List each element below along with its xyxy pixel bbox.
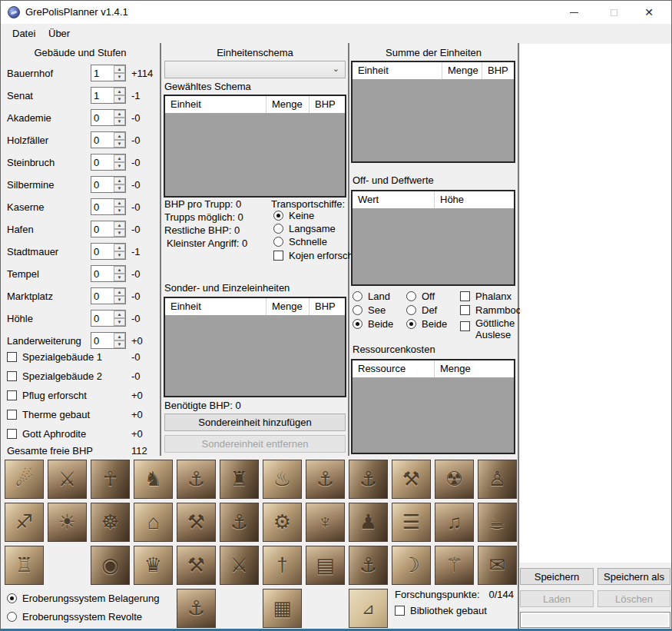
- building-check-row[interactable]: Spezialgebäude 1-0: [7, 351, 160, 367]
- building-level-stepper[interactable]: 0▲▼: [91, 287, 126, 304]
- building-checkbox[interactable]: [7, 390, 17, 400]
- building-level-stepper[interactable]: 0▲▼: [91, 109, 126, 126]
- schema-combobox[interactable]: ⌄: [164, 61, 346, 78]
- unit-icon-clay-pots[interactable]: ◉: [91, 546, 130, 585]
- unit-icon-fire-ship[interactable]: ♨: [263, 460, 302, 499]
- stepper-down-icon[interactable]: ▼: [114, 274, 125, 281]
- building-level-stepper[interactable]: 1▲▼: [91, 87, 126, 104]
- stepper-up-icon[interactable]: ▲: [114, 266, 125, 274]
- stepper-down-icon[interactable]: ▼: [114, 184, 125, 192]
- building-level-stepper[interactable]: 0▲▼: [91, 265, 126, 282]
- unit-icon-dark-wing[interactable]: ♆: [306, 503, 345, 542]
- building-level-stepper[interactable]: 0▲▼: [91, 221, 126, 237]
- column-header-bhp[interactable]: BHP: [482, 62, 511, 79]
- unit-icon-veiled-warrior[interactable]: ♛: [134, 546, 173, 585]
- building-checkbox[interactable]: [7, 352, 17, 362]
- unit-icon-sail-raft[interactable]: ⚓: [220, 503, 259, 542]
- menu-datei[interactable]: Datei: [8, 24, 40, 43]
- save-button[interactable]: Speichern: [520, 568, 594, 585]
- building-checkbox[interactable]: [7, 371, 17, 381]
- unit-icon-transport-ship[interactable]: ⚓: [306, 460, 345, 499]
- column-header-bhp[interactable]: BHP: [310, 298, 342, 315]
- radio-icon[interactable]: [7, 612, 17, 622]
- menu-ueber[interactable]: Über: [44, 24, 74, 43]
- column-header-menge[interactable]: Menge: [435, 360, 511, 377]
- radio-icon[interactable]: [353, 319, 362, 329]
- stepper-up-icon[interactable]: ▲: [114, 132, 125, 140]
- building-level-stepper[interactable]: 0▲▼: [91, 176, 126, 193]
- column-header-menge[interactable]: Menge: [442, 62, 482, 79]
- unit-icon-hoplite[interactable]: ⚔: [48, 460, 87, 499]
- unit-icon-stone-tablet[interactable]: ▦: [263, 589, 302, 628]
- stepper-down-icon[interactable]: ▼: [114, 73, 125, 81]
- unit-icon-chariot[interactable]: ♜: [220, 460, 259, 499]
- unit-icon-cavalry[interactable]: ♞: [134, 460, 173, 499]
- column-header-höhe[interactable]: Höhe: [435, 191, 511, 208]
- unit-icon-map-scroll[interactable]: ☰: [392, 503, 431, 542]
- building-level-stepper[interactable]: 0▲▼: [91, 310, 126, 327]
- stepper-up-icon[interactable]: ▲: [114, 288, 125, 296]
- add-special-unit-button[interactable]: Sondereinheit hinzufügen: [164, 413, 346, 431]
- column-header-einheit[interactable]: Einheit: [165, 96, 266, 113]
- stepper-down-icon[interactable]: ▼: [114, 296, 125, 304]
- stepper-up-icon[interactable]: ▲: [114, 199, 125, 207]
- unit-icon-trireme[interactable]: ⚓: [349, 460, 388, 499]
- unit-icon-winged-helmet[interactable]: ⚚: [435, 546, 474, 585]
- unit-icon-stone-steps[interactable]: ▤: [306, 546, 345, 585]
- building-level-stepper[interactable]: 0▲▼: [91, 131, 126, 148]
- stepper-down-icon[interactable]: ▼: [114, 95, 125, 103]
- unit-icon-archer[interactable]: ♐: [5, 503, 44, 542]
- stepper-down-icon[interactable]: ▼: [114, 251, 125, 259]
- unit-icon-catapult-2[interactable]: ⚙: [263, 503, 302, 542]
- unit-icon-siren[interactable]: ♫: [435, 503, 474, 542]
- unit-icon-city-ruins[interactable]: ⌂: [134, 503, 173, 542]
- unit-icon-phalanx-unit[interactable]: ♟: [349, 503, 388, 542]
- stepper-up-icon[interactable]: ▲: [114, 88, 125, 95]
- column-header-einheit[interactable]: Einheit: [353, 62, 442, 79]
- building-checkbox[interactable]: [7, 410, 17, 420]
- save-as-button[interactable]: Speichern als: [598, 568, 670, 585]
- building-checkbox[interactable]: [7, 429, 17, 439]
- column-header-wert[interactable]: Wert: [353, 191, 435, 208]
- building-check-row[interactable]: Pflug erforscht+0: [7, 390, 160, 405]
- unit-icon-gate-shields[interactable]: ♖: [5, 546, 44, 585]
- unit-icon-message-ship[interactable]: ✉: [478, 546, 517, 585]
- building-check-row[interactable]: Spezialgebäude 2-0: [7, 370, 160, 386]
- radio-icon[interactable]: [7, 593, 17, 603]
- stepper-up-icon[interactable]: ▲: [114, 333, 125, 340]
- radio-icon[interactable]: [406, 291, 416, 301]
- column-header-menge[interactable]: Menge: [266, 96, 310, 113]
- stepper-up-icon[interactable]: ▲: [114, 154, 125, 162]
- close-button[interactable]: ✕: [631, 1, 667, 24]
- unit-icon-sword-helmet[interactable]: ⚔: [220, 546, 259, 585]
- unit-icon-row-boat[interactable]: ⚓: [349, 546, 388, 585]
- unit-icon-catapult[interactable]: ☢: [435, 460, 474, 499]
- column-header-einheit[interactable]: Einheit: [165, 298, 266, 315]
- unit-icon-hooded-envoy[interactable]: ☥: [91, 460, 130, 499]
- library-checkbox[interactable]: [395, 606, 405, 616]
- building-check-row[interactable]: Therme gebaut+0: [7, 409, 160, 424]
- stepper-down-icon[interactable]: ▼: [114, 118, 125, 125]
- building-level-stepper[interactable]: 1▲▼: [91, 65, 126, 81]
- radio-icon[interactable]: [406, 319, 416, 329]
- stepper-down-icon[interactable]: ▼: [114, 340, 125, 348]
- unit-icon-divine-light[interactable]: ☀: [48, 503, 87, 542]
- radio-icon[interactable]: [273, 224, 283, 234]
- stepper-up-icon[interactable]: ▲: [114, 311, 125, 318]
- stepper-down-icon[interactable]: ▼: [114, 162, 125, 170]
- building-level-stepper[interactable]: 0▲▼: [91, 198, 126, 215]
- unit-icon-dark-figure[interactable]: ☽: [392, 546, 431, 585]
- stepper-up-icon[interactable]: ▲: [114, 110, 125, 118]
- stepper-up-icon[interactable]: ▲: [114, 244, 125, 251]
- offdef-table[interactable]: WertHöhe: [351, 190, 515, 286]
- radio-icon[interactable]: [273, 237, 283, 247]
- column-header-ressource[interactable]: Ressource: [353, 360, 435, 377]
- unit-icon-bireme[interactable]: ⚓: [177, 460, 216, 499]
- schema-table[interactable]: EinheitMengeBHP: [164, 95, 346, 198]
- summary-table[interactable]: EinheitMengeBHP: [351, 61, 515, 163]
- building-level-stepper[interactable]: 0▲▼: [91, 154, 126, 171]
- kojen-checkbox[interactable]: [273, 251, 283, 261]
- unit-icon-hero[interactable]: ♙: [478, 460, 517, 499]
- radio-icon[interactable]: [406, 305, 416, 315]
- stepper-up-icon[interactable]: ▲: [114, 65, 125, 73]
